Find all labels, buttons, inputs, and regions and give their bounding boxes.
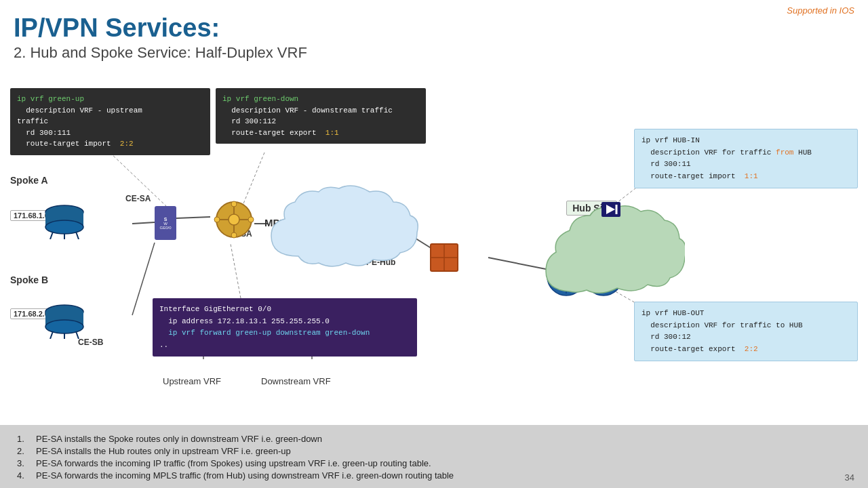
ce-sa-label: CE-SA — [125, 194, 151, 203]
svg-line-11 — [231, 244, 241, 298]
svg-line-1 — [176, 217, 210, 218]
bullet-4: 4. PE-SA forwards the incoming MPLS traf… — [17, 470, 851, 481]
downstream-vrf-label: Downstream VRF — [261, 376, 331, 386]
bullets-area: 1. PE-SA installs the Spoke routes only … — [0, 425, 868, 488]
page-number: 34 — [845, 472, 854, 483]
bullet-1-num: 1. — [17, 434, 29, 444]
spoke-a-label: Spoke A — [10, 175, 48, 186]
svg-point-21 — [45, 320, 83, 333]
ce-sb-router — [41, 302, 88, 339]
svg-point-29 — [214, 217, 220, 222]
svg-line-22 — [50, 331, 53, 339]
bullet-1-text: PE-SA installs the Spoke routes only in … — [36, 434, 322, 444]
info-box-hub-out: ip vrf HUB-OUT description VRF for traff… — [634, 302, 858, 361]
spoke-b-label: Spoke B — [10, 274, 48, 285]
svg-point-15 — [45, 220, 83, 234]
svg-line-0 — [132, 222, 155, 224]
code-box-interface: Interface GigEthernet 0/0 ip address 172… — [153, 298, 417, 357]
switch-box: S W GE0/0 — [155, 206, 176, 240]
title-area: IP/VPN Services: 2. Hub and Spoke Servic… — [14, 14, 307, 62]
upstream-vrf-label: Upstream VRF — [163, 376, 221, 386]
ce-sb-label: CE-SB — [78, 338, 103, 347]
code-box-green-up: ip vrf green-up description VRF - upstre… — [10, 88, 210, 155]
hub-site-icon — [601, 202, 620, 217]
supported-label: Supported in IOS — [787, 5, 854, 16]
pe-sa-router — [209, 201, 260, 241]
bullet-4-text: PE-SA forwards the incoming MPLS traffic… — [36, 470, 454, 481]
svg-line-16 — [50, 232, 53, 239]
svg-point-30 — [248, 217, 254, 222]
bullet-4-num: 4. — [17, 470, 29, 481]
bullet-3-text: PE-SA forwards the incoming IP traffic (… — [36, 458, 431, 468]
page-title-main: IP/VPN Services: — [14, 14, 307, 43]
svg-point-28 — [229, 214, 239, 225]
svg-line-18 — [76, 232, 79, 239]
bullet-2-text: PE-SA installs the Hub routes only in up… — [36, 446, 291, 456]
svg-point-31 — [231, 201, 237, 207]
info-box-hub-in: ip vrf HUB-IN description VRF for traffi… — [634, 129, 858, 188]
page-title-sub: 2. Hub and Spoke Service: Half-Duplex VR… — [14, 44, 307, 62]
mpls-cloud — [258, 182, 427, 277]
bullet-3-num: 3. — [17, 458, 29, 468]
pe-hub-router — [427, 241, 461, 274]
code-box-green-down: ip vrf green-down description VRF - down… — [216, 88, 426, 144]
bullet-2-num: 2. — [17, 446, 29, 456]
svg-line-3 — [132, 243, 155, 315]
ce-sa-router — [41, 202, 88, 239]
svg-point-32 — [231, 232, 237, 238]
bullet-1: 1. PE-SA installs the Spoke routes only … — [17, 434, 851, 444]
bullet-2: 2. PE-SA installs the Hub routes only in… — [17, 446, 851, 456]
bullet-3: 3. PE-SA forwards the incoming IP traffi… — [17, 458, 851, 468]
